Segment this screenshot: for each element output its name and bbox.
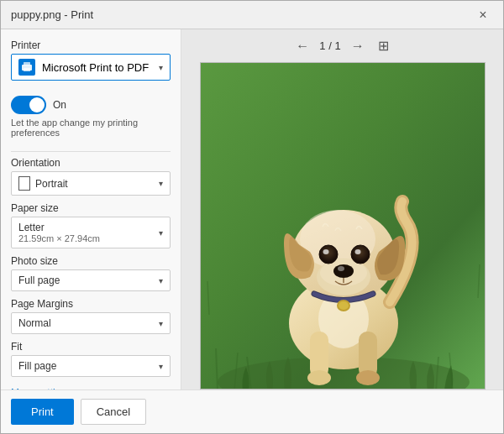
page-indicator: 1 / 1 xyxy=(319,39,340,52)
fit-dropdown[interactable]: Fill page ▾ xyxy=(11,355,171,377)
photo-size-section: Photo size Full page ▾ xyxy=(11,255,171,291)
printer-dropdown[interactable]: Microsoft Print to PDF ▾ xyxy=(11,54,171,81)
bottom-buttons-bar: Print Cancel xyxy=(1,390,503,433)
margins-dropdown[interactable]: Normal ▾ xyxy=(11,312,171,334)
dialog-title: puppy.png - Print xyxy=(11,8,93,21)
orientation-value: Portrait xyxy=(35,178,68,190)
left-panel: Printer Microsoft Print to PDF ▾ xyxy=(1,29,181,390)
print-dialog: puppy.png - Print × Printer xyxy=(0,0,504,434)
printer-name: Microsoft Print to PDF xyxy=(42,61,149,74)
printer-label: Printer xyxy=(11,39,171,51)
photo-size-chevron-icon: ▾ xyxy=(159,276,163,285)
photo-size-dropdown[interactable]: Full page ▾ xyxy=(11,269,171,291)
puppy-illustration xyxy=(201,63,486,390)
paper-size-section: Paper size Letter 21.59cm × 27.94cm ▾ xyxy=(11,202,171,248)
fit-section: Fit Fill page ▾ xyxy=(11,341,171,377)
prev-page-button[interactable]: ← xyxy=(292,37,312,55)
preference-toggle-row: On xyxy=(11,96,171,114)
orientation-dropdown[interactable]: Portrait ▾ xyxy=(11,171,171,196)
photo-size-label: Photo size xyxy=(11,255,171,267)
fit-value: Fill page xyxy=(18,360,56,372)
svg-point-24 xyxy=(323,249,328,254)
svg-point-29 xyxy=(338,266,344,271)
svg-point-17 xyxy=(356,370,380,385)
paper-size-dim: 21.59cm × 27.94cm xyxy=(18,233,100,243)
cancel-button[interactable]: Cancel xyxy=(81,399,146,425)
orientation-label: Orientation xyxy=(11,157,171,169)
divider-1 xyxy=(11,151,171,152)
portrait-icon xyxy=(18,176,30,191)
photo-size-value: Full page xyxy=(18,275,60,286)
preference-toggle[interactable] xyxy=(11,96,46,114)
margins-value: Normal xyxy=(18,317,51,329)
dialog-content: Printer Microsoft Print to PDF ▾ xyxy=(1,29,503,390)
margins-section: Page Margins Normal ▾ xyxy=(11,298,171,334)
fit-view-button[interactable]: ⊞ xyxy=(375,36,392,55)
orientation-chevron-icon: ▾ xyxy=(159,179,163,188)
margins-label: Page Margins xyxy=(11,298,171,310)
paper-size-name: Letter xyxy=(18,222,100,233)
paper-size-dropdown[interactable]: Letter 21.59cm × 27.94cm ▾ xyxy=(11,217,171,248)
margins-chevron-icon: ▾ xyxy=(159,319,163,328)
svg-point-32 xyxy=(339,301,349,310)
svg-rect-1 xyxy=(24,62,30,65)
svg-point-16 xyxy=(307,370,331,385)
preview-nav: ← 1 / 1 → ⊞ xyxy=(181,29,503,62)
right-panel: ← 1 / 1 → ⊞ xyxy=(181,29,503,390)
printer-chevron-icon: ▾ xyxy=(159,63,163,72)
printer-icon xyxy=(18,59,35,76)
paper-size-label: Paper size xyxy=(11,202,171,214)
preview-area xyxy=(181,62,503,390)
title-bar: puppy.png - Print × xyxy=(1,1,503,29)
svg-point-28 xyxy=(333,264,354,278)
toggle-knob xyxy=(29,97,45,112)
svg-point-25 xyxy=(354,249,360,254)
print-button[interactable]: Print xyxy=(11,399,74,425)
close-button[interactable]: × xyxy=(473,5,493,25)
toggle-state-label: On xyxy=(53,99,66,111)
orientation-section: Orientation Portrait ▾ xyxy=(11,157,171,196)
next-page-button[interactable]: → xyxy=(348,37,368,55)
pref-description: Let the app change my printing preferenc… xyxy=(11,118,171,138)
fit-chevron-icon: ▾ xyxy=(159,362,163,371)
svg-rect-2 xyxy=(24,68,30,71)
printer-section: Printer Microsoft Print to PDF ▾ xyxy=(11,39,171,89)
paper-size-chevron-icon: ▾ xyxy=(159,228,163,238)
fit-label: Fit xyxy=(11,341,171,353)
preview-image xyxy=(200,62,486,390)
